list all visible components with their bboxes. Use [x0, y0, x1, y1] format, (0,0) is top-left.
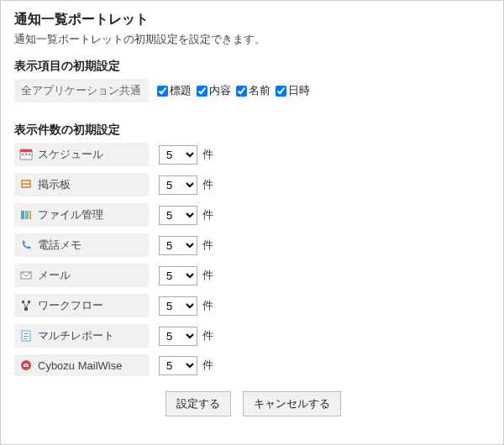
- count-row-schedule: スケジュール 5 件: [14, 143, 490, 166]
- count-select-schedule[interactable]: 5: [159, 145, 197, 165]
- count-label-board-text: 掲示板: [38, 177, 71, 192]
- svg-rect-16: [24, 333, 29, 334]
- cancel-button[interactable]: キャンセルする: [243, 391, 341, 416]
- svg-rect-7: [23, 185, 29, 186]
- report-icon: [19, 329, 33, 343]
- svg-rect-14: [24, 307, 28, 311]
- count-label-workflow-text: ワークフロー: [38, 298, 103, 313]
- count-label-file: ファイル管理: [14, 203, 149, 227]
- svg-rect-2: [22, 154, 24, 155]
- check-content: 内容: [197, 83, 231, 98]
- columns-row: 全アプリケーション共通 標題 内容 名前 日時: [14, 79, 490, 102]
- check-name-input[interactable]: [236, 86, 247, 97]
- page-description: 通知一覧ポートレットの初期設定を設定できます。: [14, 32, 490, 47]
- page-title: 通知一覧ポートレット: [14, 11, 490, 29]
- count-select-mailwise[interactable]: 5: [159, 356, 197, 375]
- count-unit-phone: 件: [202, 238, 213, 253]
- count-label-schedule-text: スケジュール: [38, 147, 103, 162]
- columns-row-label: 全アプリケーション共通: [14, 79, 149, 102]
- count-label-report: マルチレポート: [14, 324, 149, 348]
- check-title-label: 標題: [170, 83, 192, 98]
- count-select-workflow[interactable]: 5: [159, 296, 197, 316]
- count-label-mailwise: Cybozu MailWise: [14, 354, 149, 376]
- svg-rect-18: [24, 338, 27, 339]
- svg-rect-13: [28, 301, 30, 303]
- count-unit-schedule: 件: [202, 147, 213, 162]
- count-select-board[interactable]: 5: [159, 175, 197, 195]
- count-row-report: マルチレポート 5 件: [14, 324, 490, 348]
- submit-button[interactable]: 設定する: [165, 391, 231, 416]
- file-icon: [19, 208, 33, 222]
- count-label-report-text: マルチレポート: [38, 328, 114, 343]
- workflow-icon: [19, 299, 33, 312]
- count-unit-workflow: 件: [202, 298, 213, 313]
- check-title: 標題: [157, 83, 192, 98]
- columns-heading: 表示項目の初期設定: [14, 59, 490, 74]
- svg-rect-9: [25, 211, 29, 219]
- check-title-input[interactable]: [157, 86, 168, 97]
- count-row-phone: 電話メモ 5 件: [14, 233, 490, 257]
- count-label-workflow: ワークフロー: [14, 294, 149, 317]
- check-datetime: 日時: [276, 83, 310, 98]
- svg-rect-1: [20, 149, 32, 152]
- count-unit-mail: 件: [202, 268, 213, 283]
- check-content-label: 内容: [209, 83, 231, 98]
- svg-rect-17: [24, 336, 29, 337]
- count-row-file: ファイル管理 5 件: [14, 203, 490, 227]
- count-label-phone: 電話メモ: [14, 233, 149, 257]
- columns-checks: 標題 内容 名前 日時: [149, 83, 310, 98]
- count-heading: 表示件数の初期設定: [14, 123, 490, 138]
- check-datetime-input[interactable]: [276, 86, 286, 97]
- count-row-mail: メール 5 件: [14, 264, 490, 287]
- mailwise-icon: [19, 359, 33, 372]
- count-select-report[interactable]: 5: [159, 327, 197, 346]
- count-label-schedule: スケジュール: [14, 143, 149, 166]
- count-row-workflow: ワークフロー 5 件: [14, 294, 490, 317]
- count-select-phone[interactable]: 5: [159, 236, 197, 255]
- count-unit-mailwise: 件: [202, 358, 213, 373]
- count-label-board: 掲示板: [14, 173, 149, 196]
- count-label-mail: メール: [14, 264, 149, 287]
- count-unit-board: 件: [202, 177, 213, 192]
- count-unit-file: 件: [202, 207, 213, 222]
- svg-rect-8: [21, 211, 24, 219]
- count-select-file[interactable]: 5: [159, 206, 197, 225]
- button-row: 設定する キャンセルする: [14, 391, 490, 416]
- count-label-mail-text: メール: [38, 268, 71, 283]
- count-label-mailwise-text: Cybozu MailWise: [38, 359, 122, 372]
- mail-icon: [19, 269, 33, 282]
- svg-rect-5: [21, 180, 31, 188]
- board-icon: [19, 178, 33, 191]
- count-section: スケジュール 5 件 掲示板 5 件: [14, 143, 490, 376]
- calendar-icon: [19, 148, 33, 161]
- count-label-file-text: ファイル管理: [38, 207, 103, 222]
- svg-rect-3: [25, 154, 27, 155]
- svg-rect-6: [23, 181, 29, 183]
- check-name-label: 名前: [249, 83, 270, 98]
- count-label-phone-text: 電話メモ: [38, 238, 81, 253]
- check-content-input[interactable]: [197, 86, 207, 97]
- count-unit-report: 件: [202, 328, 213, 343]
- check-name: 名前: [236, 83, 270, 98]
- count-row-mailwise: Cybozu MailWise 5 件: [14, 354, 490, 376]
- svg-rect-12: [22, 301, 24, 303]
- svg-rect-10: [29, 211, 31, 219]
- count-row-board: 掲示板 5 件: [14, 173, 490, 196]
- svg-rect-4: [29, 154, 30, 155]
- count-select-mail[interactable]: 5: [159, 266, 197, 285]
- phone-icon: [19, 238, 33, 252]
- check-datetime-label: 日時: [288, 83, 310, 98]
